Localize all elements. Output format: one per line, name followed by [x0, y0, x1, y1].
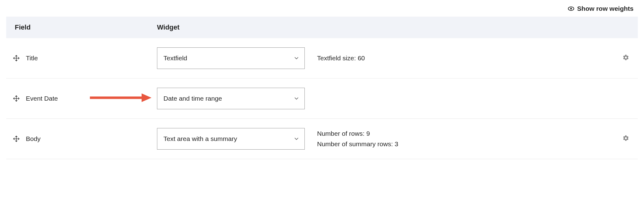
show-row-weights-label: Show row weights — [577, 5, 634, 12]
show-row-weights-toggle[interactable]: Show row weights — [568, 5, 634, 12]
column-header-ops — [613, 17, 638, 38]
widget-summary: Number of rows: 9Number of summary rows:… — [317, 128, 607, 149]
chevron-down-icon — [293, 55, 300, 61]
gear-icon[interactable] — [622, 54, 629, 61]
drag-handle-icon[interactable] — [13, 95, 20, 102]
table-row: Event Date Date and time range — [6, 78, 638, 119]
eye-icon — [568, 6, 574, 11]
chevron-down-icon — [293, 95, 300, 102]
table-row: BodyText area with a summary Number of r… — [6, 119, 638, 159]
chevron-down-icon — [293, 136, 300, 142]
svg-point-1 — [570, 8, 572, 9]
field-label: Body — [26, 135, 41, 143]
drag-handle-icon[interactable] — [13, 55, 20, 62]
form-display-table: Field Widget TitleTextfield Textfield si… — [6, 17, 638, 159]
widget-select[interactable]: Text area with a summary — [157, 128, 305, 150]
field-label: Event Date — [26, 94, 58, 102]
annotation-arrow-icon — [90, 92, 151, 105]
widget-select-value: Date and time range — [163, 95, 222, 102]
widget-select[interactable]: Textfield — [157, 47, 305, 69]
summary-line: Number of rows: 9 — [317, 128, 607, 139]
summary-line: Textfield size: 60 — [317, 53, 607, 63]
widget-select-value: Textfield — [163, 54, 187, 62]
column-header-widget: Widget — [151, 17, 311, 38]
summary-line: Number of summary rows: 3 — [317, 139, 607, 149]
column-header-summary — [311, 17, 613, 38]
field-label: Title — [26, 54, 38, 62]
table-row: TitleTextfield Textfield size: 60 — [6, 38, 638, 78]
drag-handle-icon[interactable] — [13, 135, 20, 142]
gear-icon[interactable] — [622, 135, 629, 142]
widget-select-value: Text area with a summary — [163, 135, 237, 143]
widget-select[interactable]: Date and time range — [157, 88, 305, 109]
widget-summary: Textfield size: 60 — [317, 53, 607, 63]
svg-marker-7 — [142, 94, 151, 102]
column-header-field: Field — [6, 17, 151, 38]
